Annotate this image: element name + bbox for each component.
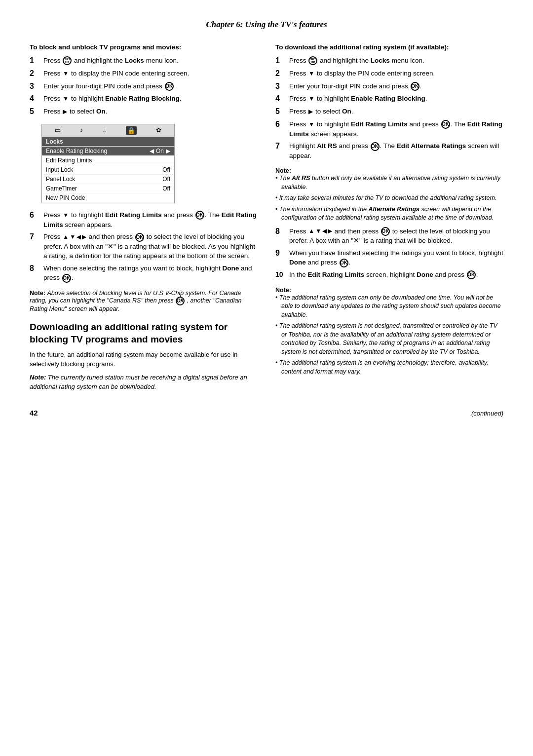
left-arrow-icon: ◀	[322, 227, 327, 235]
left-column: To block and unblock TV programs and mov…	[30, 43, 258, 397]
tv-menu-header: Locks	[42, 137, 174, 147]
right-arrow-icon: ▶	[82, 233, 86, 241]
step-8-left: 8 When done selecting the ratings you wa…	[30, 264, 258, 283]
ok-icon: OK	[441, 120, 450, 129]
section1-heading: To block and unblock TV programs and mov…	[30, 43, 258, 51]
left-arrow-icon: ◀	[76, 233, 81, 241]
step-1-left: 1 Press SETUP and highlight the Locks me…	[30, 56, 258, 66]
steps-list-1: 1 Press SETUP and highlight the Locks me…	[30, 56, 258, 117]
tv-menu-value-row: ◀ On ▶	[150, 148, 170, 154]
note3-label: Note:	[275, 167, 503, 174]
r-step-2: 2 Press ▼ to display the PIN code enteri…	[275, 69, 503, 79]
up-arrow-icon: ▲	[308, 227, 314, 235]
r-step-1: 1 Press SETUP and highlight the Locks me…	[275, 56, 503, 66]
left-arrow-icon: ◀	[150, 148, 154, 154]
page-wrapper: Chapter 6: Using the TV's features To bl…	[30, 20, 503, 417]
menu-icon-3: ≡	[103, 126, 107, 135]
step-num: 2	[275, 69, 287, 79]
steps-list-2: 6 Press ▼ to highlight Edit Rating Limit…	[30, 210, 258, 283]
step-num: 7	[275, 141, 287, 151]
down-arrow-icon: ▼	[63, 211, 69, 220]
step-text: Press ▼ to display the PIN code entering…	[289, 69, 503, 78]
right-column: To download the additional rating system…	[275, 43, 503, 397]
note4-block: Note: The additional rating system can o…	[275, 287, 503, 377]
tv-menu-header-label: Locks	[46, 138, 63, 145]
step-num: 6	[275, 119, 287, 130]
note3-item-3: The information displayed in the Alterna…	[275, 205, 503, 223]
r-step-6: 6 Press ▼ to highlight Edit Rating Limit…	[275, 119, 503, 139]
step-num: 3	[275, 81, 287, 92]
menu-icon-4-active: 🔒	[126, 126, 137, 135]
note4-item-3: The additional rating system is an evolv…	[275, 359, 503, 376]
ok-icon: OK	[411, 82, 419, 91]
step-num: 4	[275, 94, 287, 104]
note4-item-1: The additional rating system can only be…	[275, 294, 503, 320]
tv-menu-value: Off	[162, 176, 170, 183]
step-2-left: 2 Press ▼ to display the PIN code enteri…	[30, 69, 258, 79]
r-step-4: 4 Press ▼ to highlight Enable Rating Blo…	[275, 94, 503, 104]
tv-menu-value: On	[156, 148, 164, 154]
step-num: 10	[275, 270, 287, 279]
menu-icon-1: ▭	[55, 126, 61, 135]
r-step-8: 8 Press ▲▼◀▶ and then press OK to select…	[275, 227, 503, 246]
setup-icon: SETUP	[63, 56, 72, 65]
right-arrow-icon: ▶	[63, 108, 67, 116]
r-step-9: 9 When you have finished selecting the r…	[275, 248, 503, 267]
step-num: 6	[30, 210, 41, 221]
down-arrow-icon: ▼	[308, 120, 314, 129]
step-text: Press ▲▼◀▶ and then press OK to select t…	[43, 232, 258, 261]
note3-list: The Alt RS button will only be available…	[275, 174, 503, 223]
step-num: 8	[275, 227, 287, 237]
ok-icon: OK	[135, 233, 144, 242]
tv-menu-label: Input Lock	[46, 166, 73, 173]
bottom-row: 42 (continued)	[30, 409, 503, 417]
menu-icon-2: ♪	[80, 126, 83, 135]
note3-block: Note: The Alt RS button will only be ava…	[275, 167, 503, 223]
two-column-layout: To block and unblock TV programs and mov…	[30, 43, 503, 397]
note4-list: The additional rating system can only be…	[275, 294, 503, 377]
step-4-left: 4 Press ▼ to highlight Enable Rating Blo…	[30, 94, 258, 104]
right-arrow-icon: ▶	[308, 108, 313, 116]
note4-item-2: The additional rating system is not desi…	[275, 322, 503, 356]
step-num: 5	[30, 107, 41, 117]
step-num: 4	[30, 94, 41, 104]
step-text: Highlight Alt RS and press OK. The Edit …	[289, 141, 503, 160]
chapter-title: Chapter 6: Using the TV's features	[30, 20, 503, 30]
note3-item-1: The Alt RS button will only be available…	[275, 174, 503, 191]
intro-text: In the future, an additional rating syst…	[30, 350, 258, 369]
step-text: In the Edit Rating Limits screen, highli…	[289, 270, 503, 280]
tv-menu-label: New PIN Code	[46, 194, 85, 201]
step-text: Enter your four-digit PIN code and press…	[43, 81, 258, 91]
note1-text: Above selection of blocking level is for…	[30, 290, 241, 312]
down-arrow-icon: ▼	[315, 227, 321, 235]
right-steps-list-1: 1 Press SETUP and highlight the Locks me…	[275, 56, 503, 160]
tv-menu-row-pin: New PIN Code	[42, 193, 174, 203]
r-step-10: 10 In the Edit Rating Limits screen, hig…	[275, 270, 503, 280]
step-text: Press ▼ to highlight Edit Rating Limits …	[289, 119, 503, 139]
step-text: Enter your four-digit PIN code and press…	[289, 81, 503, 91]
step-num: 3	[30, 81, 41, 92]
tv-menu-label: Panel Lock	[46, 176, 75, 183]
step-num: 1	[275, 56, 287, 66]
tv-menu-row-enable: Enable Rating Blocking ◀ On ▶	[42, 147, 174, 156]
tv-menu-label: GameTimer	[46, 185, 77, 192]
down-arrow-icon: ▼	[63, 95, 69, 103]
step-text: Press ▶ to select On.	[43, 107, 258, 116]
right-arrow-icon: ▶	[166, 148, 170, 154]
step-text: When you have finished selecting the rat…	[289, 248, 503, 267]
step-text: Press ▶ to select On.	[289, 107, 503, 116]
step-text: Press SETUP and highlight the Locks menu…	[289, 56, 503, 66]
ok-icon: OK	[381, 227, 390, 236]
step-num: 9	[275, 248, 287, 259]
ok-icon: OK	[467, 270, 476, 279]
up-arrow-icon: ▲	[63, 233, 69, 241]
tv-menu-topbar: ▭ ♪ ≡ 🔒 ✿	[42, 124, 174, 137]
tv-menu-value: Off	[162, 166, 170, 173]
step-num: 1	[30, 56, 41, 66]
tv-menu-screenshot: ▭ ♪ ≡ 🔒 ✿ Locks Enable Rating Blocking ◀…	[41, 124, 175, 203]
ok-icon: OK	[176, 297, 185, 305]
note3-item-2: It may take several minutes for the TV t…	[275, 194, 503, 203]
note1-label: Note:	[30, 290, 47, 297]
tv-menu-label: Edit Rating Limits	[46, 157, 92, 164]
step-text: When done selecting the ratings you want…	[43, 264, 258, 283]
